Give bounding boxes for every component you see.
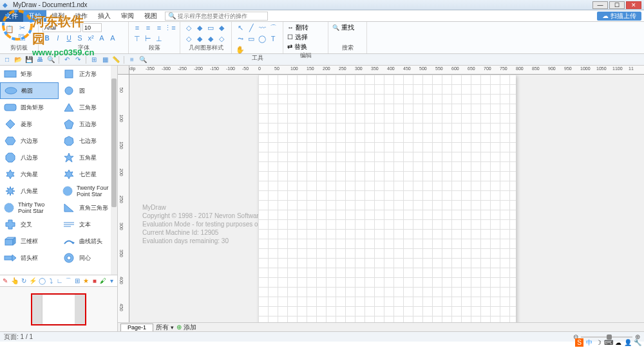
- cut-button[interactable]: ✂: [17, 23, 26, 32]
- shape-octagon[interactable]: 八边形: [0, 149, 59, 166]
- menu-file[interactable]: 文件: [0, 10, 23, 22]
- tray-person-icon[interactable]: 👤: [623, 338, 632, 347]
- align-bot-button[interactable]: ⊥: [155, 34, 164, 43]
- maximize-button[interactable]: ☐: [609, 1, 625, 9]
- st-red[interactable]: ■: [91, 277, 99, 285]
- shape-cross[interactable]: 交叉: [0, 216, 59, 233]
- tab-add[interactable]: ⊕ 添加: [176, 323, 196, 332]
- layer-button[interactable]: ≡: [128, 55, 137, 64]
- shape-ellipse[interactable]: 椭圆: [0, 82, 59, 99]
- shape-star8[interactable]: 八角星: [0, 183, 59, 199]
- geo-style-8[interactable]: ◇: [217, 34, 226, 43]
- strike-button[interactable]: S: [75, 33, 84, 42]
- tray-moon-icon[interactable]: ☽: [594, 338, 603, 347]
- st-pointer[interactable]: 👆: [11, 277, 19, 285]
- zoom-slider[interactable]: [581, 336, 632, 338]
- flip-button[interactable]: ↔ 翻转: [287, 23, 324, 32]
- geo-style-5[interactable]: ◇: [184, 34, 193, 43]
- bold-button[interactable]: B: [43, 33, 52, 42]
- drawing-page[interactable]: [258, 75, 516, 322]
- sidebar-scrollbar[interactable]: [111, 66, 117, 275]
- st-arc[interactable]: ⌒: [65, 277, 72, 285]
- save-button[interactable]: 💾: [24, 55, 33, 64]
- menu-tab-home[interactable]: 开始: [23, 10, 46, 22]
- print-button[interactable]: 🖶: [35, 55, 44, 64]
- scrollbar-thumb[interactable]: [111, 78, 117, 207]
- st-rotate[interactable]: ↻: [21, 277, 28, 285]
- font-name-select[interactable]: [43, 23, 81, 32]
- superscript-button[interactable]: x²: [86, 33, 95, 42]
- subscript-button[interactable]: A: [97, 33, 106, 42]
- shape-text[interactable]: 文本: [59, 216, 117, 233]
- menu-tab-insert[interactable]: 插入: [93, 10, 116, 22]
- st-star[interactable]: ★: [82, 277, 90, 285]
- tool-pointer[interactable]: ↖: [236, 23, 245, 32]
- open-button[interactable]: 📂: [14, 55, 23, 64]
- tray-sogou-icon[interactable]: S: [575, 338, 583, 347]
- tray-tool-icon[interactable]: 🔧: [633, 338, 641, 347]
- align-right-button[interactable]: ≡: [155, 23, 164, 32]
- shape-pentagon[interactable]: 五边形: [59, 116, 117, 133]
- st-circle[interactable]: ◯: [39, 277, 46, 285]
- menu-tab-review[interactable]: 审阅: [116, 10, 139, 22]
- geo-style-1[interactable]: ◇: [184, 23, 193, 32]
- shape-roundrect[interactable]: 圆角矩形: [0, 99, 59, 116]
- align-left-button[interactable]: ≡: [133, 23, 142, 32]
- shape-curvearrow[interactable]: 曲线箭头: [59, 233, 117, 250]
- shape-heptagon[interactable]: 七边形: [59, 133, 117, 149]
- menu-tab-view[interactable]: 视图: [139, 10, 162, 22]
- align-center-button[interactable]: ≡: [144, 23, 153, 32]
- find-button[interactable]: 🔍 重找: [332, 23, 363, 32]
- underline-button[interactable]: U: [64, 33, 73, 42]
- tray-ime-icon[interactable]: 中: [585, 338, 593, 347]
- tool-arc[interactable]: ⌒: [269, 23, 278, 32]
- shape-rect[interactable]: 矩形: [0, 66, 59, 82]
- shape-circle[interactable]: 圆: [59, 82, 117, 99]
- horizontal-ruler[interactable]: dip-350-300-250-200-150-100-500501001502…: [129, 66, 644, 75]
- st-more[interactable]: ▾: [109, 277, 116, 285]
- vertical-ruler[interactable]: 50100150200250300350400450: [118, 75, 129, 322]
- tool-rect[interactable]: ▭: [247, 34, 256, 43]
- tell-me-input[interactable]: [178, 13, 265, 19]
- page-thumbnail[interactable]: [31, 293, 86, 325]
- page-tab-1[interactable]: Page-1: [120, 324, 153, 331]
- italic-button[interactable]: I: [53, 33, 62, 42]
- zoom-button[interactable]: 🔍: [138, 55, 147, 64]
- shape-star24[interactable]: Twenty Four Point Star: [59, 183, 117, 199]
- shape-arrowbox[interactable]: 箭头框: [0, 250, 59, 266]
- shape-donut[interactable]: 同心: [59, 250, 117, 266]
- preview-button[interactable]: 🔍: [46, 55, 55, 64]
- shape-star6[interactable]: 六角星: [0, 166, 59, 183]
- ruler-button[interactable]: 📏: [111, 55, 120, 64]
- copy-button[interactable]: ⿻: [17, 33, 26, 42]
- tool-pan[interactable]: ✋: [236, 45, 245, 54]
- shape-triangle[interactable]: 三角形: [59, 99, 117, 116]
- tab-all[interactable]: 所有 ▾: [156, 323, 174, 332]
- menu-tab-arrange[interactable]: 排列: [46, 10, 70, 22]
- tool-connector[interactable]: ⤳: [236, 34, 245, 43]
- new-button[interactable]: □: [3, 55, 12, 64]
- st-bolt[interactable]: ⚡: [29, 277, 37, 285]
- font-color-button[interactable]: A: [108, 33, 117, 42]
- shape-star7[interactable]: 七芒星: [59, 166, 117, 183]
- upload-button[interactable]: ☁ 扫描上传: [597, 12, 641, 21]
- shape-hexagon[interactable]: 六边形: [0, 133, 59, 149]
- shape-star5[interactable]: 五角星: [59, 149, 117, 166]
- geo-style-6[interactable]: ◆: [195, 34, 204, 43]
- bullets-button[interactable]: ⋮≡: [166, 23, 175, 32]
- tray-keyboard-icon[interactable]: ⌨: [604, 338, 612, 347]
- canvas-viewport[interactable]: MyDraw Copyright © 1998 - 2017 Nevron So…: [129, 75, 644, 322]
- tray-cloud-icon[interactable]: ☁: [614, 338, 622, 347]
- tool-curve[interactable]: 〰: [258, 23, 267, 32]
- shape-square[interactable]: 正方形: [59, 66, 117, 82]
- align-top-button[interactable]: ⊤: [133, 34, 142, 43]
- select-button[interactable]: ☐ 选择: [287, 33, 324, 42]
- minimize-button[interactable]: —: [592, 1, 608, 9]
- snap-button[interactable]: ⊞: [90, 55, 99, 64]
- undo-button[interactable]: ↶: [62, 55, 71, 64]
- tool-line[interactable]: ╱: [247, 23, 256, 32]
- st-green[interactable]: 🖌: [100, 277, 107, 285]
- close-button[interactable]: ✕: [626, 1, 641, 9]
- align-mid-button[interactable]: ⊢: [144, 34, 153, 43]
- redo-button[interactable]: ↷: [73, 55, 82, 64]
